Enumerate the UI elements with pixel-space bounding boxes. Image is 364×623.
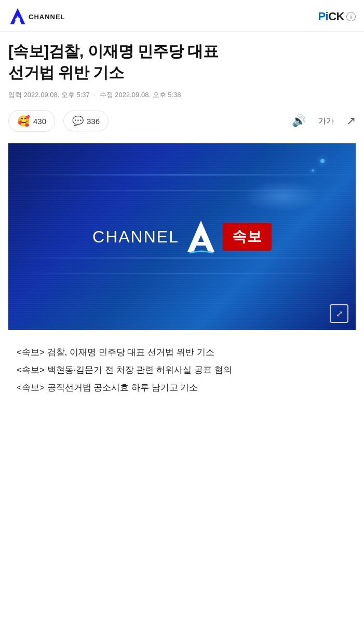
svg-marker-3	[195, 242, 207, 246]
action-icons: 🔊 가가 ↗	[292, 114, 356, 128]
video-thumbnail[interactable]: CHANNEL 속보 ⤢	[8, 143, 356, 330]
pick-info-icon[interactable]: i	[346, 12, 356, 21]
input-date: 2022.09.08. 오후 5:37	[24, 91, 90, 99]
body-line-3: <속보> 공직선거법 공소시효 하루 남기고 기소	[17, 380, 347, 396]
info-letter: i	[350, 13, 352, 20]
volume-icon[interactable]: 🔊	[292, 114, 306, 128]
svg-marker-2	[187, 221, 214, 252]
body-line-2: <속보> 백현동·김문기 전 처장 관련 허위사실 공표 혐의	[17, 362, 347, 378]
reaction-emoji-icon: 🥰	[17, 115, 30, 127]
pick-area: PiCK i	[318, 10, 356, 23]
video-container: CHANNEL 속보 ⤢	[8, 143, 356, 330]
svg-marker-1	[15, 18, 21, 21]
comment-button[interactable]: 💬 336	[63, 111, 109, 131]
edit-date: 2022.09.08. 오후 5:38	[115, 91, 181, 99]
channel-a-logo: CHANNEL	[8, 7, 65, 26]
video-channel-logo: CHANNEL 속보	[92, 220, 272, 254]
logo-area: CHANNEL	[8, 7, 65, 26]
font-size-label[interactable]: 가가	[318, 116, 334, 126]
reaction-emoji-count: 430	[33, 117, 46, 126]
video-a-icon	[185, 220, 217, 254]
pick-label: PiCK	[318, 10, 344, 23]
share-icon[interactable]: ↗	[346, 114, 356, 128]
video-channel-text: CHANNEL	[92, 227, 179, 247]
reactions-row: 🥰 430 💬 336 🔊 가가 ↗	[8, 110, 356, 132]
logo-channel-text: CHANNEL	[29, 13, 65, 20]
edit-label: 수정	[100, 91, 113, 99]
body-line-1: <속보> 검찰, 이재명 민주당 대표 선거법 위반 기소	[17, 345, 347, 360]
article: [속보]검찰, 이재명 민주당 대표선거법 위반 기소 입력 2022.09.0…	[0, 32, 364, 418]
video-expand-button[interactable]: ⤢	[330, 304, 348, 323]
header: CHANNEL PiCK i	[0, 0, 364, 32]
meta-separator: ·	[93, 91, 96, 99]
channel-a-icon	[8, 7, 27, 26]
emoji-reaction-button[interactable]: 🥰 430	[8, 110, 55, 132]
comment-icon: 💬	[72, 115, 84, 127]
expand-icon: ⤢	[336, 309, 343, 319]
svg-marker-0	[10, 8, 25, 24]
video-sokbo-badge: 속보	[223, 223, 272, 251]
article-title: [속보]검찰, 이재명 민주당 대표선거법 위반 기소	[8, 41, 356, 83]
comment-count: 336	[87, 117, 100, 126]
input-label: 입력	[8, 91, 22, 99]
article-body: <속보> 검찰, 이재명 민주당 대표 선거법 위반 기소 <속보> 백현동·김…	[8, 330, 356, 418]
article-meta: 입력 2022.09.08. 오후 5:37 · 수정 2022.09.08. …	[8, 90, 356, 100]
